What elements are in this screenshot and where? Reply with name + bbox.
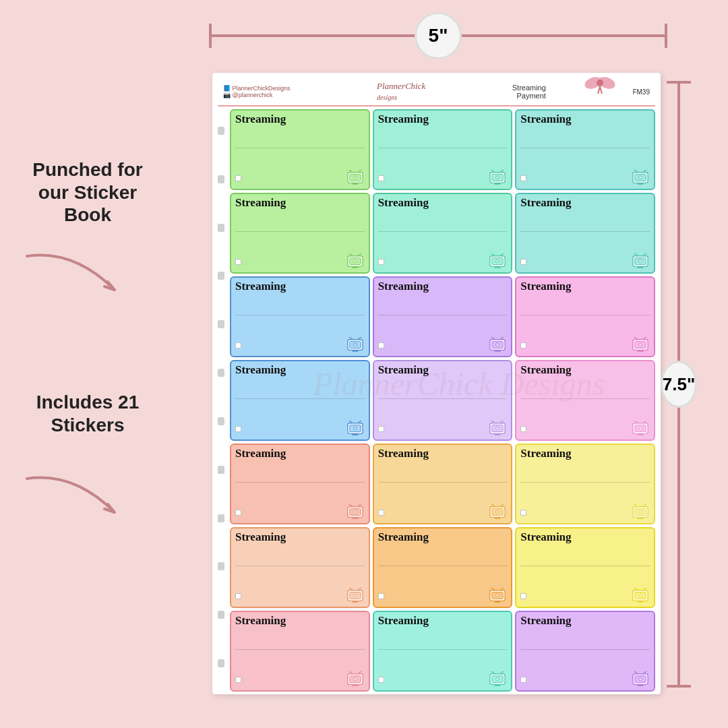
svg-line-101 xyxy=(491,588,495,590)
svg-line-71 xyxy=(634,421,638,423)
sticker-checkbox xyxy=(235,593,241,599)
hole-10 xyxy=(218,562,224,570)
sticker-item: Streaming xyxy=(230,527,370,608)
tv-icon xyxy=(488,504,507,520)
sticker-text: Streaming xyxy=(520,197,650,210)
sticker-item: Streaming xyxy=(230,360,370,441)
tv-icon xyxy=(346,170,365,186)
ruler-end-right xyxy=(665,24,667,48)
sticker-item: Streaming xyxy=(373,109,513,190)
svg-rect-124 xyxy=(495,684,501,686)
sticker-checkbox xyxy=(378,677,384,683)
sticker-text: Streaming xyxy=(235,615,365,628)
svg-line-30 xyxy=(501,253,504,255)
vertical-ruler: 7.5" xyxy=(669,81,689,688)
sticker-bottom xyxy=(235,421,365,437)
svg-rect-100 xyxy=(352,601,358,602)
brand-logo: PlannerChickdesigns xyxy=(377,81,425,102)
svg-line-120 xyxy=(501,671,504,673)
height-label: 7.5" xyxy=(661,361,697,408)
sticker-checkbox xyxy=(235,426,241,432)
hole-12 xyxy=(218,659,224,667)
sticker-underline xyxy=(378,566,508,567)
hole-punches xyxy=(218,107,227,688)
svg-point-9 xyxy=(353,176,357,179)
svg-line-83 xyxy=(491,504,495,506)
ruler-end-bottom xyxy=(667,685,691,688)
sticker-checkbox xyxy=(378,510,384,516)
svg-line-125 xyxy=(634,671,638,673)
sticker-item: Streaming xyxy=(515,527,655,608)
tv-icon xyxy=(488,588,507,604)
sticker-bottom xyxy=(520,588,650,604)
sticker-item: Streaming xyxy=(373,527,513,608)
svg-line-18 xyxy=(644,170,647,172)
sticker-checkbox xyxy=(378,259,384,265)
sticker-text: Streaming xyxy=(520,113,650,126)
width-label: 5" xyxy=(415,12,462,59)
svg-point-81 xyxy=(353,510,357,514)
sticker-item: Streaming xyxy=(373,611,513,692)
ig-handle: 📷 @plannerchick xyxy=(223,92,291,98)
svg-point-51 xyxy=(496,343,499,346)
sticker-underline xyxy=(378,398,508,400)
sticker-item: Streaming xyxy=(373,193,513,274)
svg-rect-112 xyxy=(637,601,643,602)
svg-line-24 xyxy=(358,253,361,255)
svg-rect-10 xyxy=(352,183,358,184)
tv-icon xyxy=(631,170,650,186)
sticker-bottom xyxy=(378,588,508,604)
sticker-text: Streaming xyxy=(520,280,650,293)
svg-line-126 xyxy=(644,671,647,673)
sticker-bottom xyxy=(378,337,508,353)
sticker-item: Streaming xyxy=(515,109,655,190)
tv-icon xyxy=(631,588,650,604)
sticker-bottom xyxy=(378,253,508,270)
sticker-text: Streaming xyxy=(235,280,365,293)
hole-1 xyxy=(218,127,224,135)
hole-2 xyxy=(218,175,224,183)
tv-icon xyxy=(631,504,650,520)
tv-icon xyxy=(488,170,507,186)
title-text: Streaming xyxy=(512,84,546,92)
sticker-text: Streaming xyxy=(378,197,508,210)
svg-point-93 xyxy=(639,510,642,514)
sticker-text: Streaming xyxy=(378,364,508,377)
arrow-includes xyxy=(20,472,128,530)
sticker-bottom xyxy=(235,253,365,270)
sticker-text: Streaming xyxy=(235,364,365,377)
svg-line-114 xyxy=(358,671,361,673)
sticker-text: Streaming xyxy=(520,364,650,377)
svg-rect-82 xyxy=(352,517,358,518)
tv-icon xyxy=(488,337,507,353)
sticker-text: Streaming xyxy=(378,280,508,293)
sticker-item: Streaming xyxy=(515,611,655,692)
svg-line-108 xyxy=(644,588,647,590)
svg-line-4 xyxy=(600,86,602,94)
sticker-bottom xyxy=(235,170,365,186)
svg-rect-76 xyxy=(637,433,643,435)
fb-handle: 📘 PlannerChickDesigns xyxy=(223,85,291,92)
sticker-text: Streaming xyxy=(378,113,508,126)
svg-point-69 xyxy=(496,427,499,430)
sticker-item: Streaming xyxy=(230,276,370,357)
sticker-bottom xyxy=(520,253,650,270)
sticker-bottom xyxy=(378,671,508,688)
sticker-item: Streaming xyxy=(515,360,655,441)
sticker-checkbox xyxy=(235,342,241,348)
svg-point-105 xyxy=(496,594,499,597)
svg-line-59 xyxy=(348,421,352,423)
svg-line-66 xyxy=(501,421,504,423)
sticker-underline xyxy=(378,482,508,483)
horizontal-ruler: 5" xyxy=(209,26,667,46)
sticker-item: Streaming xyxy=(230,193,370,274)
sticker-bottom xyxy=(235,504,365,520)
sticker-checkbox xyxy=(235,175,241,181)
svg-rect-88 xyxy=(495,517,501,518)
tv-icon xyxy=(631,421,650,437)
svg-point-39 xyxy=(639,260,642,263)
hole-8 xyxy=(218,466,224,474)
sticker-item: Streaming xyxy=(230,611,370,692)
sticker-bottom xyxy=(378,421,508,437)
sticker-bottom xyxy=(235,337,365,353)
